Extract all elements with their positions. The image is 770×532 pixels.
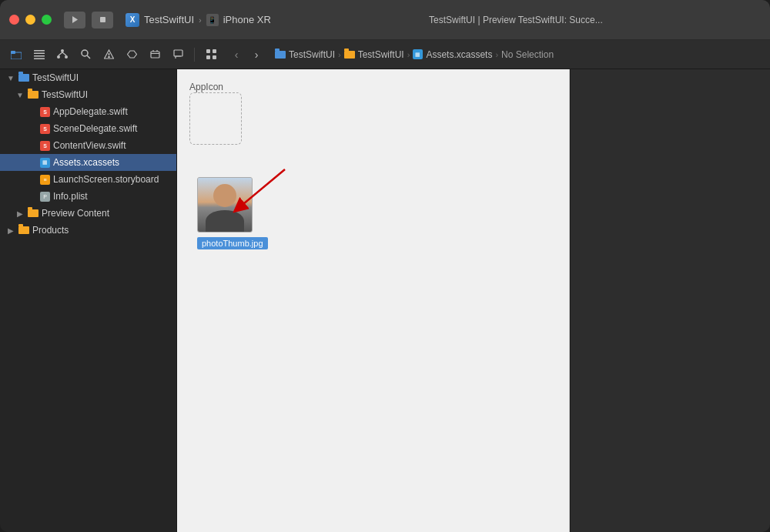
sidebar-item-preview[interactable]: ▶ Preview Content: [0, 205, 176, 222]
titlebar: X TestSwiftUI › 📱 iPhone XR TestSwiftUI …: [0, 0, 770, 40]
toolbar: ‹ › TestSwiftUI › TestSwiftUI › ▦ Assets…: [0, 40, 770, 69]
stop-button[interactable]: [92, 12, 113, 28]
nav-back-button[interactable]: ‹: [227, 45, 246, 64]
svg-point-8: [61, 49, 64, 52]
appicon-placeholder[interactable]: [189, 92, 242, 145]
sidebar-label-scenedelegate: SceneDelegate.swift: [53, 123, 137, 134]
svg-rect-5: [34, 52, 45, 54]
svg-rect-6: [34, 55, 45, 57]
hierarchy-button[interactable]: [52, 45, 72, 64]
svg-line-12: [62, 52, 66, 55]
toolbar-nav: ‹ ›: [227, 45, 266, 64]
svg-rect-24: [206, 49, 210, 53]
svg-point-13: [82, 50, 88, 56]
assets-icon: ▦: [40, 158, 50, 168]
person-body: [206, 210, 244, 232]
warning-button[interactable]: [99, 45, 119, 64]
titlebar-status: TestSwiftUI | Preview TestSwiftUI: Succe…: [271, 15, 761, 25]
traffic-lights: [9, 15, 52, 25]
svg-rect-27: [213, 55, 216, 59]
run-button[interactable]: [64, 12, 85, 28]
svg-rect-19: [151, 52, 159, 58]
sidebar-item-contentview[interactable]: S ContentView.swift: [0, 137, 176, 154]
sidebar-label-products: Products: [32, 225, 69, 236]
sidebar-label-infoplist: Info.plist: [53, 191, 88, 202]
comment-button[interactable]: [168, 45, 188, 64]
asset-item-photothumb[interactable]: photoThumb.jpg: [197, 177, 268, 249]
preview-icon: [28, 209, 38, 217]
svg-rect-7: [34, 58, 45, 59]
project-folder-icon: [275, 51, 286, 59]
nav-forward-button[interactable]: ›: [247, 45, 266, 64]
appicon-label: AppIcon: [189, 82, 223, 92]
root-project-icon: [18, 74, 29, 82]
breadcrumb-chevron-3: ›: [407, 50, 410, 59]
device-icon: 📱: [206, 14, 219, 26]
breadcrumb-chevron-1: ›: [199, 15, 202, 25]
toolbar-separator-1: [194, 48, 195, 62]
svg-marker-18: [127, 51, 136, 58]
sidebar-item-assets[interactable]: ▦ Assets.xcassets: [0, 154, 176, 171]
asset-label: photoThumb.jpg: [197, 237, 268, 249]
inspector-panel: [570, 69, 770, 532]
asset-canvas: AppIcon photoThumb.jpg: [177, 69, 570, 532]
sidebar-label-preview: Preview Content: [42, 208, 109, 219]
toolbar-breadcrumb: TestSwiftUI › TestSwiftUI › ▦ Assets.xca…: [275, 49, 554, 60]
svg-rect-4: [34, 50, 45, 52]
sidebar-label-group: TestSwiftUI: [42, 89, 88, 100]
sidebar-item-scenedelegate[interactable]: S SceneDelegate.swift: [0, 120, 176, 137]
svg-line-14: [87, 55, 90, 59]
environment-button[interactable]: [145, 45, 165, 64]
breadcrumb-assets[interactable]: Assets.xcassets: [426, 49, 492, 60]
titlebar-device: iPhone XR: [223, 14, 271, 25]
disclosure-group: ▼: [15, 90, 25, 99]
svg-marker-0: [72, 16, 78, 23]
sidebar-item-products[interactable]: ▶ Products: [0, 222, 176, 239]
group-icon: [28, 91, 38, 99]
asset-thumbnail: [197, 177, 253, 233]
disclosure-root: ▼: [6, 73, 15, 82]
list-view-button[interactable]: [29, 45, 49, 64]
search-button[interactable]: [75, 45, 95, 64]
minimize-button[interactable]: [25, 15, 35, 25]
folder-view-button[interactable]: [6, 45, 26, 64]
svg-rect-25: [213, 49, 216, 53]
group-folder-icon: [344, 51, 355, 59]
products-icon: [18, 226, 29, 234]
contentview-icon: S: [40, 141, 50, 151]
sidebar-item-infoplist[interactable]: P Info.plist: [0, 188, 176, 205]
grid-toggle-button[interactable]: [201, 45, 221, 64]
person-head: [213, 184, 236, 207]
svg-rect-23: [174, 50, 182, 56]
sidebar-item-root[interactable]: ▼ TestSwiftUI: [0, 69, 176, 86]
breadcrumb-selection: No Selection: [501, 49, 554, 60]
svg-rect-1: [100, 17, 105, 22]
breakpoint-button[interactable]: [122, 45, 142, 64]
svg-point-17: [108, 56, 109, 57]
breadcrumb-project[interactable]: TestSwiftUI: [289, 49, 335, 60]
infoplist-icon: P: [40, 192, 50, 202]
sidebar-label-appdelegate: AppDelegate.swift: [53, 106, 128, 117]
launchscreen-icon: ≡: [40, 175, 50, 185]
disclosure-products: ▶: [6, 226, 15, 235]
breadcrumb-chevron-4: ›: [495, 50, 498, 59]
svg-point-10: [65, 55, 68, 59]
main-area: ▼ TestSwiftUI ▼ TestSwiftUI S AppDelegat…: [0, 69, 770, 532]
photo-background: [198, 178, 252, 232]
sidebar-item-launchscreen[interactable]: ≡ LaunchScreen.storyboard: [0, 171, 176, 188]
sidebar-label-root: TestSwiftUI: [32, 72, 79, 83]
svg-point-9: [57, 55, 60, 59]
sidebar-item-appdelegate[interactable]: S AppDelegate.swift: [0, 103, 176, 120]
titlebar-breadcrumb: X TestSwiftUI › 📱 iPhone XR: [126, 13, 271, 27]
sidebar-item-group[interactable]: ▼ TestSwiftUI: [0, 86, 176, 103]
breadcrumb-group[interactable]: TestSwiftUI: [358, 49, 404, 60]
sidebar: ▼ TestSwiftUI ▼ TestSwiftUI S AppDelegat…: [0, 69, 177, 532]
appdelegate-icon: S: [40, 107, 50, 117]
sidebar-label-launchscreen: LaunchScreen.storyboard: [53, 174, 159, 185]
xcode-icon: X: [126, 13, 139, 27]
close-button[interactable]: [9, 15, 19, 25]
xcassets-icon: ▦: [413, 49, 423, 59]
maximize-button[interactable]: [42, 15, 52, 25]
scenedelegate-icon: S: [40, 124, 50, 134]
svg-line-11: [59, 52, 62, 55]
